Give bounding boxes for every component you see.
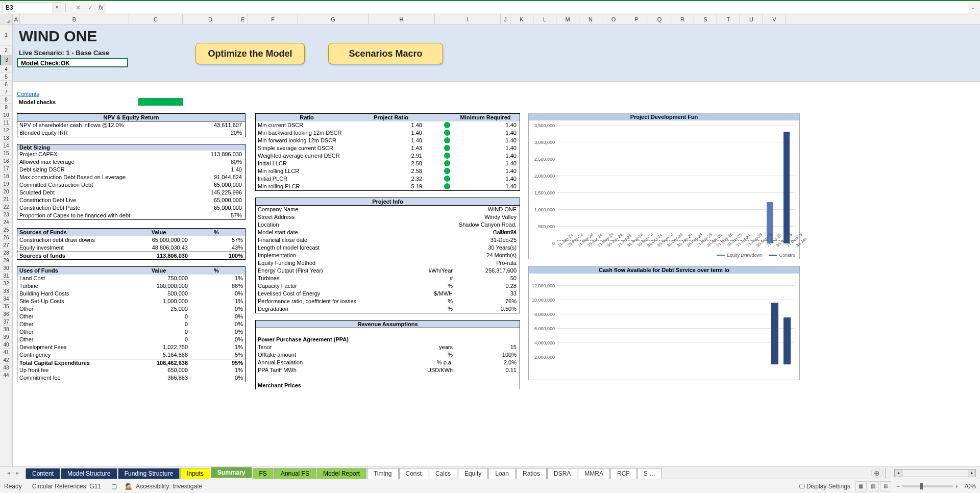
col-header-K[interactable]: K [510, 14, 533, 24]
row-header-24[interactable]: 24 [0, 218, 12, 226]
row-header-4[interactable]: 4 [0, 65, 12, 73]
col-header-L[interactable]: L [533, 14, 556, 24]
row-header-38[interactable]: 38 [0, 326, 12, 333]
col-header-T[interactable]: T [717, 14, 740, 24]
record-macro-icon[interactable]: ▢ [111, 483, 117, 490]
row-header-42[interactable]: 42 [0, 356, 12, 364]
row-header-16[interactable]: 16 [0, 157, 12, 165]
row-header-9[interactable]: 9 [0, 104, 12, 111]
row-header-25[interactable]: 25 [0, 226, 12, 234]
tab-model-report[interactable]: Model Report [316, 468, 366, 479]
row-header-2[interactable]: 2 [0, 46, 12, 55]
view-page-layout-icon[interactable]: ▤ [868, 481, 879, 491]
tab-mmra[interactable]: MMRA [578, 468, 610, 479]
tab-const[interactable]: Const [399, 468, 428, 479]
row-header-26[interactable]: 26 [0, 234, 12, 241]
row-header-44[interactable]: 44 [0, 372, 12, 379]
zoom-slider[interactable]: − + [896, 483, 959, 490]
col-header-D[interactable]: D [183, 14, 238, 24]
formula-input[interactable] [106, 2, 968, 13]
tab-ratios[interactable]: Ratios [516, 468, 547, 479]
display-settings[interactable]: 🖵 Display Settings [799, 483, 850, 490]
col-header-J[interactable]: J [501, 14, 510, 24]
col-header-R[interactable]: R [671, 14, 694, 24]
tab-content[interactable]: Content [26, 468, 60, 479]
row-header-23[interactable]: 23 [0, 211, 12, 218]
view-page-break-icon[interactable]: ⊞ [880, 481, 891, 491]
tab-summary[interactable]: Summary [211, 467, 252, 479]
tab-s-…[interactable]: S … [637, 468, 662, 479]
tab-calcs[interactable]: Calcs [429, 468, 457, 479]
row-header-30[interactable]: 30 [0, 264, 12, 272]
row-header-34[interactable]: 34 [0, 295, 12, 303]
row-header-41[interactable]: 41 [0, 349, 12, 356]
col-header-M[interactable]: M [556, 14, 579, 24]
tab-equity[interactable]: Equity [458, 468, 488, 479]
row-header-6[interactable]: 6 [0, 81, 12, 88]
optimize-button[interactable]: Optimize the Model [195, 43, 305, 64]
tab-fs[interactable]: FS [253, 468, 274, 479]
col-header-G[interactable]: G [298, 14, 369, 24]
col-header-U[interactable]: U [740, 14, 763, 24]
row-header-39[interactable]: 39 [0, 333, 12, 341]
tab-funding-structure[interactable]: Funding Structure [118, 468, 180, 479]
row-header-37[interactable]: 37 [0, 318, 12, 326]
name-box-dropdown[interactable]: ▼ [53, 2, 61, 13]
row-header-35[interactable]: 35 [0, 303, 12, 310]
col-header-N[interactable]: N [579, 14, 602, 24]
row-header-17[interactable]: 17 [0, 165, 12, 172]
row-header-36[interactable]: 36 [0, 310, 12, 318]
tab-model-structure[interactable]: Model Structure [61, 468, 117, 479]
col-header-B[interactable]: B [20, 14, 129, 24]
row-header-19[interactable]: 19 [0, 180, 12, 188]
col-header-H[interactable]: H [369, 14, 435, 24]
row-header-33[interactable]: 33 [0, 287, 12, 295]
col-header-C[interactable]: C [129, 14, 183, 24]
row-header-28[interactable]: 28 [0, 249, 12, 257]
row-header-20[interactable]: 20 [0, 188, 12, 195]
row-header-8[interactable]: 8 [0, 96, 12, 104]
tab-timing[interactable]: Timing [367, 468, 399, 479]
col-header-O[interactable]: O [602, 14, 625, 24]
formula-expand-icon[interactable]: ⌄ [968, 5, 978, 10]
row-header-1[interactable]: 1 [0, 24, 12, 46]
row-header-22[interactable]: 22 [0, 203, 12, 211]
row-header-27[interactable]: 27 [0, 241, 12, 249]
zoom-out-icon[interactable]: − [896, 483, 900, 490]
horizontal-scrollbar[interactable]: ◂ ▸ [894, 469, 976, 477]
row-header-40[interactable]: 40 [0, 341, 12, 349]
tab-nav-first[interactable]: ◂ [4, 469, 12, 477]
tab-loan[interactable]: Loan [488, 468, 516, 479]
grid[interactable]: WIND ONE Live Scenario: 1 - Base Case Mo… [13, 24, 980, 470]
tab-nav-prev[interactable]: ▸ [13, 469, 21, 477]
row-header-29[interactable]: 29 [0, 257, 12, 264]
new-sheet-button[interactable]: ⊕ [871, 469, 883, 478]
zoom-in-icon[interactable]: + [955, 483, 959, 490]
row-header-15[interactable]: 15 [0, 150, 12, 157]
row-header-18[interactable]: 18 [0, 172, 12, 180]
model-check-cell[interactable]: Model Check:OK [17, 58, 128, 67]
row-header-43[interactable]: 43 [0, 364, 12, 372]
tab-dsra[interactable]: DSRA [547, 468, 577, 479]
col-header-A[interactable]: A [13, 14, 20, 24]
chart-cash-flow[interactable]: Cash flow Available for Debt Service ove… [528, 266, 800, 380]
row-header-32[interactable]: 32 [0, 280, 12, 287]
col-header-F[interactable]: F [248, 14, 298, 24]
col-header-V[interactable]: V [763, 14, 786, 24]
fx-icon[interactable]: fx [99, 4, 103, 11]
row-header-13[interactable]: 13 [0, 134, 12, 142]
enter-icon[interactable]: ✓ [85, 3, 95, 13]
row-header-5[interactable]: 5 [0, 73, 12, 81]
row-header-14[interactable]: 14 [0, 142, 12, 150]
accessibility-status[interactable]: 🕵 Accessibility: Investigate [125, 483, 202, 490]
contents-link[interactable]: Contents [17, 91, 39, 97]
cancel-icon[interactable]: ✕ [73, 3, 83, 13]
col-header-P[interactable]: P [625, 14, 648, 24]
col-header-I[interactable]: I [435, 14, 501, 24]
row-header-7[interactable]: 7 [0, 88, 12, 96]
row-header-21[interactable]: 21 [0, 195, 12, 203]
row-header-11[interactable]: 11 [0, 119, 12, 127]
select-all-cell[interactable] [0, 14, 13, 24]
zoom-level[interactable]: 70% [964, 483, 976, 490]
view-normal-icon[interactable]: ▦ [855, 481, 867, 491]
